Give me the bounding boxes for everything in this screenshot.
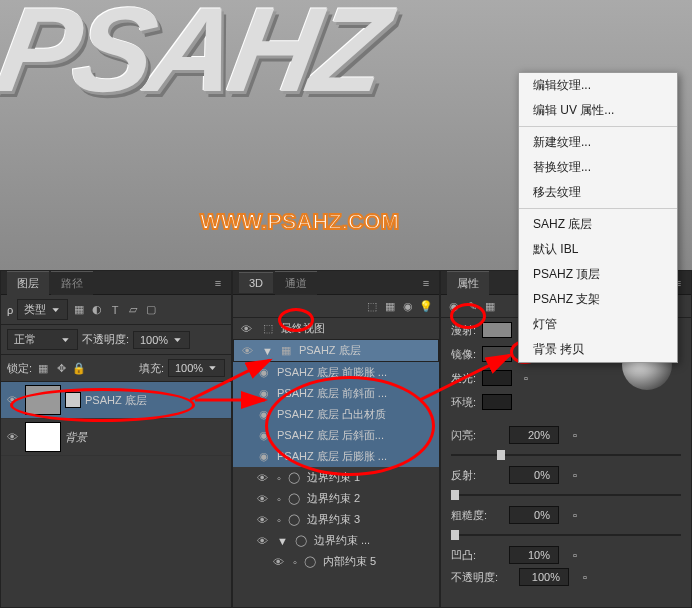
ctx-item-1[interactable]: SAHZ 底层 bbox=[519, 212, 677, 237]
texture-picker-icon[interactable]: ▫ bbox=[577, 571, 593, 583]
ctx-edit-texture[interactable]: 编辑纹理... bbox=[519, 73, 677, 98]
shine-slider[interactable] bbox=[451, 448, 681, 462]
specular-swatch[interactable] bbox=[482, 346, 512, 362]
coord-mode-icon[interactable]: ▦ bbox=[483, 299, 497, 313]
filter-type-select[interactable]: 类型▼ bbox=[17, 299, 68, 320]
fill-label: 填充: bbox=[139, 361, 164, 376]
shine-value[interactable]: 20% bbox=[509, 426, 559, 444]
3d-item-extrude[interactable]: ◉PSAHZ 底层 凸出材质 bbox=[233, 404, 439, 425]
ctx-item-4[interactable]: PSAHZ 支架 bbox=[519, 287, 677, 312]
lock-pixels-icon[interactable]: ▦ bbox=[36, 361, 50, 375]
3d-item-bound3[interactable]: 👁◦◯边界约束 3 bbox=[233, 509, 439, 530]
3d-text-object[interactable]: PSAHZ bbox=[0, 0, 394, 118]
layer-thumb[interactable] bbox=[25, 385, 61, 415]
ambient-swatch[interactable] bbox=[482, 394, 512, 410]
specular-label: 镜像: bbox=[451, 347, 476, 362]
material-icon: ◉ bbox=[257, 366, 271, 380]
ctx-edit-uv[interactable]: 编辑 UV 属性... bbox=[519, 98, 677, 123]
lock-position-icon[interactable]: ✥ bbox=[54, 361, 68, 375]
layer-row-psahz[interactable]: 👁 PSAHZ 底层 bbox=[1, 382, 231, 419]
diffuse-swatch[interactable] bbox=[482, 322, 512, 338]
material-mode-icon[interactable]: ◉ bbox=[447, 299, 461, 313]
constraint-icon: ◯ bbox=[303, 555, 317, 569]
filter-image-icon[interactable]: ▦ bbox=[72, 303, 86, 317]
reflect-label: 反射: bbox=[451, 468, 501, 483]
3d-item-back-inflate[interactable]: ◉PSAHZ 底层 后膨胀 ... bbox=[233, 446, 439, 467]
fill-input[interactable]: 100%▼ bbox=[168, 359, 225, 377]
tab-3d[interactable]: 3D bbox=[239, 272, 273, 293]
texture-picker-icon[interactable]: ▫ bbox=[567, 429, 583, 441]
3d-item-base[interactable]: 👁▼▦PSAHZ 底层 bbox=[233, 339, 439, 362]
ambient-label: 环境: bbox=[451, 395, 476, 410]
ctx-item-2[interactable]: 默认 IBL bbox=[519, 237, 677, 262]
3d-item-back-bevel[interactable]: ◉PSAHZ 底层 后斜面... bbox=[233, 425, 439, 446]
diffuse-label: 漫射: bbox=[451, 323, 476, 338]
3d-item-bound4[interactable]: 👁▼◯边界约束 ... bbox=[233, 530, 439, 551]
material-icon: ◉ bbox=[257, 429, 271, 443]
reflect-value[interactable]: 0% bbox=[509, 466, 559, 484]
rough-label: 粗糙度: bbox=[451, 508, 501, 523]
bump-value[interactable]: 10% bbox=[509, 546, 559, 564]
3d-item-bound1[interactable]: 👁◦◯边界约束 1 bbox=[233, 467, 439, 488]
filter-smart-icon[interactable]: ▢ bbox=[144, 303, 158, 317]
filter-type-label: ρ bbox=[7, 304, 13, 316]
filter-scene-icon[interactable]: ⬚ bbox=[365, 299, 379, 313]
layer-thumb[interactable] bbox=[25, 422, 61, 452]
filter-material-icon[interactable]: ◉ bbox=[401, 299, 415, 313]
rough-slider[interactable] bbox=[451, 528, 681, 542]
tab-properties[interactable]: 属性 bbox=[447, 271, 489, 295]
mesh-icon: ▦ bbox=[279, 344, 293, 358]
constraint-icon: ◯ bbox=[287, 513, 301, 527]
ctx-remove-texture[interactable]: 移去纹理 bbox=[519, 180, 677, 205]
texture-context-menu: 编辑纹理... 编辑 UV 属性... 新建纹理... 替换纹理... 移去纹理… bbox=[518, 72, 678, 363]
3d-item-bound2[interactable]: 👁◦◯边界约束 2 bbox=[233, 488, 439, 509]
material-icon: ◉ bbox=[257, 408, 271, 422]
layer-name[interactable]: 背景 bbox=[65, 430, 87, 445]
illum-label: 发光: bbox=[451, 371, 476, 386]
visibility-icon[interactable]: 👁 bbox=[7, 394, 21, 406]
opacity-value[interactable]: 100% bbox=[519, 568, 569, 586]
ctx-item-6[interactable]: 背景 拷贝 bbox=[519, 337, 677, 362]
lock-label: 锁定: bbox=[7, 361, 32, 376]
filter-mesh-icon[interactable]: ▦ bbox=[383, 299, 397, 313]
bump-label: 凹凸: bbox=[451, 548, 501, 563]
filter-text-icon[interactable]: T bbox=[108, 303, 122, 317]
lock-all-icon[interactable]: 🔒 bbox=[72, 361, 86, 375]
3d-item-inner[interactable]: 👁◦◯内部约束 5 bbox=[233, 551, 439, 572]
3d-item-front-inflate[interactable]: ◉PSAHZ 底层 前膨胀 ... bbox=[233, 362, 439, 383]
tab-layers[interactable]: 图层 bbox=[7, 271, 49, 295]
3d-item-front-bevel[interactable]: ◉PSAHZ 底层 前斜面 ... bbox=[233, 383, 439, 404]
ctx-item-3[interactable]: PSAHZ 顶层 bbox=[519, 262, 677, 287]
filter-shape-icon[interactable]: ▱ bbox=[126, 303, 140, 317]
texture-picker-icon[interactable]: ▫ bbox=[567, 549, 583, 561]
texture-picker-icon[interactable]: ▫ bbox=[518, 372, 534, 384]
filter-adjust-icon[interactable]: ◐ bbox=[90, 303, 104, 317]
texture-picker-icon[interactable]: ▫ bbox=[567, 509, 583, 521]
scene-icon: ⬚ bbox=[261, 322, 275, 336]
texture-picker-icon[interactable]: ▫ bbox=[567, 469, 583, 481]
opacity-input[interactable]: 100%▼ bbox=[133, 331, 190, 349]
layer-name[interactable]: PSAHZ 底层 bbox=[85, 393, 147, 408]
panel-menu-icon[interactable]: ≡ bbox=[419, 276, 433, 290]
constraint-icon: ◯ bbox=[287, 492, 301, 506]
3d-item-scene[interactable]: 👁⬚最终视图 bbox=[233, 318, 439, 339]
illum-swatch[interactable] bbox=[482, 370, 512, 386]
material-icon: ◉ bbox=[257, 450, 271, 464]
filter-light-icon[interactable]: 💡 bbox=[419, 299, 433, 313]
visibility-icon[interactable]: 👁 bbox=[7, 431, 21, 443]
tab-paths[interactable]: 路径 bbox=[51, 271, 93, 295]
rough-value[interactable]: 0% bbox=[509, 506, 559, 524]
layer-row-background[interactable]: 👁 背景 bbox=[1, 419, 231, 456]
ctx-replace-texture[interactable]: 替换纹理... bbox=[519, 155, 677, 180]
layers-panel: 图层 路径 ≡ ρ 类型▼ ▦ ◐ T ▱ ▢ 正常▼ 不透明度: 100%▼ … bbox=[0, 270, 232, 608]
reflect-slider[interactable] bbox=[451, 488, 681, 502]
ctx-item-5[interactable]: 灯管 bbox=[519, 312, 677, 337]
mesh-mode-icon[interactable]: ✎ bbox=[465, 299, 479, 313]
panel-menu-icon[interactable]: ≡ bbox=[211, 276, 225, 290]
separator bbox=[519, 208, 677, 209]
constraint-icon: ◯ bbox=[294, 534, 308, 548]
material-icon: ◉ bbox=[257, 387, 271, 401]
blend-mode-select[interactable]: 正常▼ bbox=[7, 329, 78, 350]
tab-channels[interactable]: 通道 bbox=[275, 271, 317, 295]
ctx-new-texture[interactable]: 新建纹理... bbox=[519, 130, 677, 155]
